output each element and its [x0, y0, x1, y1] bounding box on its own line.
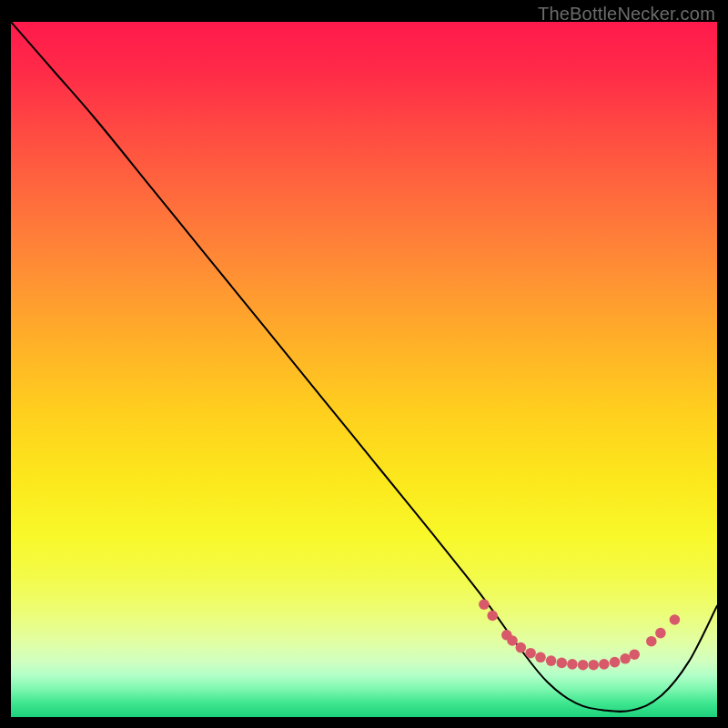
- curve-marker: [610, 657, 621, 668]
- chart-plot-area: [11, 22, 717, 717]
- curve-marker: [516, 642, 527, 653]
- chart-svg: [11, 22, 717, 717]
- curve-marker: [557, 658, 568, 669]
- curve-marker: [535, 652, 546, 663]
- curve-marker: [629, 649, 640, 660]
- curve-marker: [655, 628, 666, 639]
- curve-marker: [620, 653, 631, 664]
- curve-marker: [507, 635, 518, 646]
- curve-marker: [578, 660, 589, 671]
- curve-marker: [670, 614, 681, 625]
- curve-marker: [487, 611, 498, 622]
- curve-marker: [479, 599, 490, 610]
- curve-marker: [646, 636, 657, 647]
- curve-marker: [588, 660, 599, 671]
- curve-marker: [567, 659, 578, 670]
- marker-group: [479, 599, 680, 670]
- chart-stage: TheBottleNecker.com: [0, 0, 728, 728]
- curve-marker: [525, 648, 536, 659]
- bottleneck-curve: [11, 22, 717, 712]
- curve-marker: [599, 659, 610, 670]
- curve-marker: [546, 655, 557, 666]
